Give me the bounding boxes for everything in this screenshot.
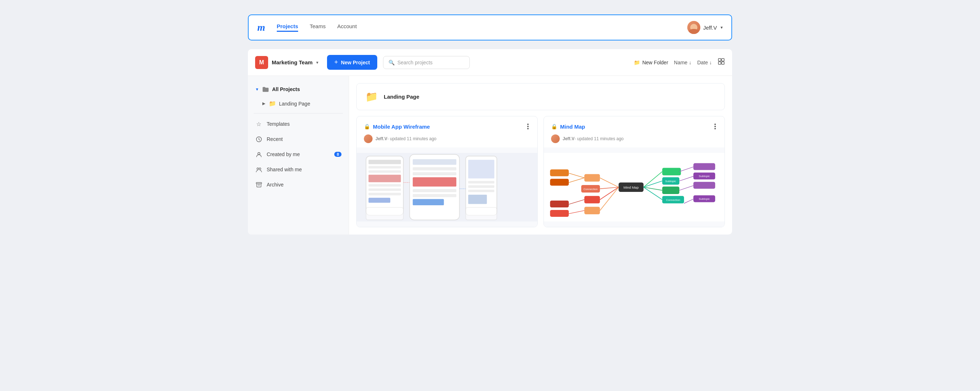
templates-label: Templates [267, 121, 290, 127]
sidebar-item-landing-page[interactable]: ▶ 📁 Landing Page [248, 97, 349, 110]
project-meta-text-wireframe: Jeff.V- updated 11 minutes ago [375, 136, 436, 141]
svg-rect-50 [662, 168, 681, 176]
sort-date-button[interactable]: Date ↓ [697, 60, 712, 65]
project-card-header-mindmap: 🔒 Mind Map [544, 116, 724, 134]
svg-rect-14 [369, 175, 401, 183]
lock-icon-mindmap: 🔒 [551, 124, 557, 129]
svg-text:Connection: Connection [584, 188, 598, 191]
svg-rect-13 [369, 170, 401, 173]
sidebar-divider [254, 113, 343, 113]
sidebar-item-archive[interactable]: Archive [248, 177, 349, 192]
svg-rect-36 [466, 207, 497, 220]
sort-date-arrow: ↓ [710, 60, 712, 65]
project-card-wireframe[interactable]: 🔒 Mobile App Wireframe Jeff.V- updated [356, 116, 538, 227]
user-area[interactable]: Jeff.V ▾ [687, 21, 723, 34]
dot-5 [714, 126, 716, 127]
svg-rect-8 [256, 183, 262, 184]
project-title-mindmap: Mind Map [560, 124, 585, 130]
project-meta-wireframe: Jeff.V- updated 11 minutes ago [357, 134, 537, 148]
tab-teams[interactable]: Teams [310, 23, 326, 32]
sidebar-item-created-by-me[interactable]: Created by me 8 [248, 147, 349, 162]
svg-rect-16 [369, 188, 401, 191]
tab-projects[interactable]: Projects [277, 23, 298, 32]
card-preview-wireframe [357, 148, 537, 227]
toolbar: M Marketing Team ▾ + New Project 🔍 Searc… [248, 49, 732, 76]
svg-rect-21 [413, 167, 457, 170]
tab-account[interactable]: Account [337, 23, 357, 32]
sidebar-item-shared-with-me[interactable]: Shared with me [248, 162, 349, 177]
sidebar-item-all-projects[interactable]: ▼ All Projects [248, 82, 349, 97]
archive-label: Archive [267, 182, 284, 188]
svg-rect-2 [718, 62, 721, 64]
chevron-right-icon: ▼ [255, 87, 259, 91]
search-icon: 🔍 [388, 60, 395, 65]
new-project-button[interactable]: + New Project [327, 55, 377, 70]
plus-icon: + [334, 59, 338, 66]
landing-folder-icon: 📁 [269, 100, 276, 107]
team-name: Marketing Team [272, 59, 313, 65]
project-title-row-wireframe: 🔒 Mobile App Wireframe [364, 124, 430, 130]
folder-card-landing-page[interactable]: 📁 Landing Page [356, 83, 725, 110]
grid-view-button[interactable] [718, 58, 725, 67]
svg-rect-76 [550, 210, 569, 217]
svg-rect-18 [369, 198, 390, 203]
sidebar: ▼ All Projects ▶ 📁 Landing Page ☆ Templa… [248, 76, 349, 235]
project-cards-row: 🔒 Mobile App Wireframe Jeff.V- updated [356, 116, 725, 227]
toolbar-right: 📁 New Folder Name ↓ Date ↓ [634, 58, 725, 67]
dot-1 [527, 124, 529, 125]
project-avatar-mindmap [551, 134, 560, 143]
sort-name-button[interactable]: Name ↓ [674, 60, 691, 65]
project-meta-text-mindmap: Jeff.V- updated 11 minutes ago [563, 136, 624, 141]
created-by-me-badge: 8 [334, 152, 342, 157]
avatar [687, 21, 700, 34]
projects-grid-area: 📁 Landing Page 🔒 Mobile App Wireframe [349, 76, 732, 235]
svg-rect-32 [468, 195, 487, 204]
dot-4 [714, 124, 716, 125]
svg-rect-3 [722, 62, 724, 64]
svg-rect-48 [584, 207, 600, 214]
svg-text:Subtopic: Subtopic [699, 175, 710, 178]
more-button-wireframe[interactable] [526, 122, 530, 131]
sidebar-item-templates[interactable]: ☆ Templates [248, 116, 349, 132]
folder-plus-icon: 📁 [634, 60, 640, 65]
archive-icon [255, 181, 262, 188]
svg-rect-25 [413, 194, 457, 197]
project-title-wireframe: Mobile App Wireframe [373, 124, 430, 130]
svg-point-7 [259, 168, 261, 170]
lock-icon-wireframe: 🔒 [364, 124, 370, 129]
new-folder-button[interactable]: 📁 New Folder [634, 60, 668, 65]
search-box[interactable]: 🔍 Search projects [383, 56, 470, 69]
svg-rect-28 [468, 160, 494, 178]
svg-rect-23 [413, 177, 457, 186]
svg-text:Subtopic: Subtopic [665, 180, 676, 183]
created-by-me-label: Created by me [267, 151, 300, 157]
dot-6 [714, 128, 716, 129]
chevron-down-icon: ▾ [721, 25, 723, 30]
folder-card-icon: 📁 [365, 91, 378, 103]
content-area: ▼ All Projects ▶ 📁 Landing Page ☆ Templa… [248, 76, 732, 235]
app-logo: m [257, 22, 265, 33]
more-button-mindmap[interactable] [713, 122, 717, 131]
recent-icon [255, 135, 262, 143]
dot-3 [527, 128, 529, 129]
svg-text:Connection: Connection [666, 199, 680, 202]
svg-rect-65 [694, 182, 715, 189]
folder-card-name: Landing Page [384, 94, 419, 100]
landing-page-label: Landing Page [279, 101, 310, 106]
user-name: Jeff.V [703, 25, 717, 31]
svg-rect-30 [468, 185, 494, 188]
svg-rect-60 [694, 163, 715, 170]
created-by-me-icon [255, 151, 262, 158]
svg-point-5 [258, 153, 260, 155]
team-selector[interactable]: M Marketing Team ▾ [255, 56, 318, 69]
project-card-mindmap[interactable]: 🔒 Mind Map Jeff.V- updated 11 minutes a [544, 116, 725, 227]
search-placeholder: Search projects [398, 60, 433, 65]
svg-rect-31 [468, 190, 494, 192]
team-chevron-icon: ▾ [316, 60, 318, 65]
top-nav: m Projects Teams Account Jeff.V ▾ [248, 14, 732, 40]
svg-rect-12 [369, 166, 401, 168]
svg-rect-17 [369, 193, 401, 196]
sort-date-label: Date [697, 60, 708, 65]
sidebar-item-recent[interactable]: Recent [248, 132, 349, 147]
new-folder-label: New Folder [642, 60, 668, 65]
